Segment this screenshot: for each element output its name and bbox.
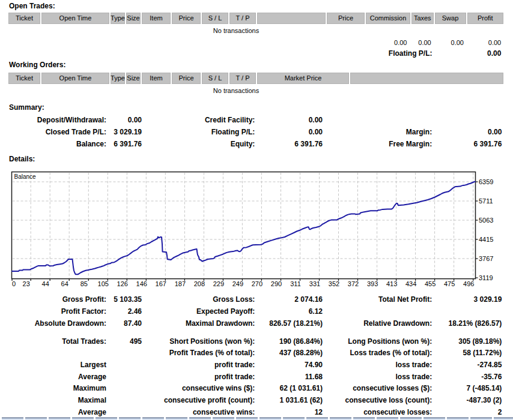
svg-text:64: 64 xyxy=(61,280,68,287)
svg-text:167: 167 xyxy=(156,280,166,287)
svg-text:5711: 5711 xyxy=(479,197,493,205)
svg-text:44: 44 xyxy=(42,280,49,287)
svg-text:475: 475 xyxy=(444,280,455,287)
svg-text:434: 434 xyxy=(405,280,416,287)
svg-text:126: 126 xyxy=(117,280,128,287)
svg-text:23: 23 xyxy=(23,280,30,287)
svg-text:331: 331 xyxy=(309,280,320,287)
svg-text:229: 229 xyxy=(213,280,224,287)
svg-text:413: 413 xyxy=(386,280,397,287)
svg-text:352: 352 xyxy=(329,280,339,287)
svg-text:0: 0 xyxy=(12,280,16,287)
svg-text:146: 146 xyxy=(136,280,147,287)
svg-text:455: 455 xyxy=(425,280,436,287)
svg-text:270: 270 xyxy=(252,280,263,287)
svg-text:105: 105 xyxy=(98,280,109,287)
svg-text:6359: 6359 xyxy=(479,178,493,185)
svg-text:4415: 4415 xyxy=(479,236,493,243)
svg-text:249: 249 xyxy=(232,280,243,287)
svg-text:Balance: Balance xyxy=(14,173,37,180)
svg-text:85: 85 xyxy=(80,280,88,287)
svg-text:3119: 3119 xyxy=(479,274,493,281)
svg-text:5063: 5063 xyxy=(479,217,493,224)
svg-text:187: 187 xyxy=(175,280,186,287)
svg-text:208: 208 xyxy=(194,280,205,287)
svg-text:372: 372 xyxy=(348,280,359,287)
svg-text:393: 393 xyxy=(367,280,378,287)
svg-text:3767: 3767 xyxy=(479,255,493,262)
svg-text:290: 290 xyxy=(271,280,282,287)
svg-text:496: 496 xyxy=(463,280,474,287)
svg-text:311: 311 xyxy=(290,280,301,287)
